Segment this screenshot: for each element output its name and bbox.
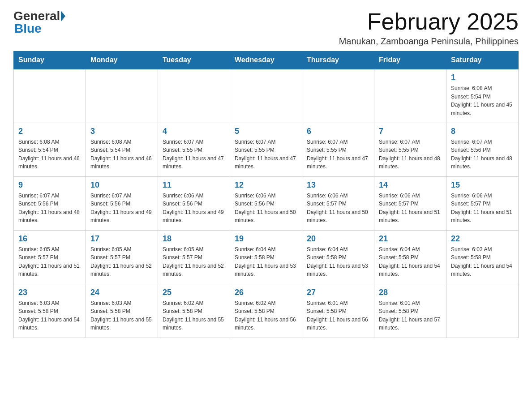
location-title: Manukan, Zamboanga Peninsula, Philippine… bbox=[339, 36, 519, 47]
calendar-header: SundayMondayTuesdayWednesdayThursdayFrid… bbox=[14, 51, 519, 69]
day-number: 2 bbox=[18, 127, 81, 136]
day-number: 9 bbox=[18, 180, 81, 190]
day-number: 23 bbox=[18, 288, 81, 297]
calendar-cell: 7Sunrise: 6:07 AMSunset: 5:55 PMDaylight… bbox=[374, 123, 446, 176]
day-info: Sunrise: 6:08 AMSunset: 5:54 PMDaylight:… bbox=[18, 138, 81, 171]
day-info: Sunrise: 6:07 AMSunset: 5:56 PMDaylight:… bbox=[451, 138, 514, 171]
day-number: 17 bbox=[90, 234, 153, 244]
day-info: Sunrise: 6:01 AMSunset: 5:58 PMDaylight:… bbox=[307, 299, 369, 332]
weekday-header-tuesday: Tuesday bbox=[158, 51, 230, 69]
calendar-cell: 9Sunrise: 6:07 AMSunset: 5:56 PMDaylight… bbox=[14, 176, 86, 230]
calendar-body: 1Sunrise: 6:08 AMSunset: 5:54 PMDaylight… bbox=[14, 69, 519, 338]
calendar-cell bbox=[86, 69, 158, 123]
day-number: 16 bbox=[18, 234, 81, 244]
calendar-cell: 22Sunrise: 6:03 AMSunset: 5:58 PMDayligh… bbox=[446, 230, 519, 284]
day-number: 6 bbox=[307, 127, 369, 136]
day-info: Sunrise: 6:06 AMSunset: 5:56 PMDaylight:… bbox=[235, 192, 297, 225]
day-info: Sunrise: 6:05 AMSunset: 5:57 PMDaylight:… bbox=[163, 245, 225, 278]
calendar-week-4: 16Sunrise: 6:05 AMSunset: 5:57 PMDayligh… bbox=[14, 230, 519, 284]
weekday-header-monday: Monday bbox=[86, 51, 158, 69]
calendar-cell bbox=[446, 284, 519, 338]
day-info: Sunrise: 6:07 AMSunset: 5:55 PMDaylight:… bbox=[379, 138, 442, 171]
day-info: Sunrise: 6:03 AMSunset: 5:58 PMDaylight:… bbox=[18, 299, 81, 332]
day-number: 4 bbox=[163, 127, 225, 136]
weekday-header-saturday: Saturday bbox=[446, 51, 519, 69]
weekday-header-sunday: Sunday bbox=[14, 51, 86, 69]
page-header: General Blue February 2025 Manukan, Zamb… bbox=[13, 9, 519, 47]
day-info: Sunrise: 6:01 AMSunset: 5:58 PMDaylight:… bbox=[379, 299, 442, 332]
calendar-cell: 19Sunrise: 6:04 AMSunset: 5:58 PMDayligh… bbox=[230, 230, 302, 284]
calendar-cell: 8Sunrise: 6:07 AMSunset: 5:56 PMDaylight… bbox=[446, 123, 519, 176]
month-title: February 2025 bbox=[339, 9, 519, 34]
calendar-cell: 23Sunrise: 6:03 AMSunset: 5:58 PMDayligh… bbox=[14, 284, 86, 338]
calendar-cell: 12Sunrise: 6:06 AMSunset: 5:56 PMDayligh… bbox=[230, 176, 302, 230]
day-number: 13 bbox=[307, 180, 369, 190]
day-info: Sunrise: 6:04 AMSunset: 5:58 PMDaylight:… bbox=[307, 245, 369, 278]
day-number: 22 bbox=[451, 234, 514, 244]
day-number: 21 bbox=[379, 234, 442, 244]
calendar-cell: 6Sunrise: 6:07 AMSunset: 5:55 PMDaylight… bbox=[302, 123, 374, 176]
calendar-cell: 26Sunrise: 6:02 AMSunset: 5:58 PMDayligh… bbox=[230, 284, 302, 338]
calendar-cell: 1Sunrise: 6:08 AMSunset: 5:54 PMDaylight… bbox=[446, 69, 519, 123]
logo-blue-text: Blue bbox=[14, 21, 42, 35]
day-info: Sunrise: 6:02 AMSunset: 5:58 PMDaylight:… bbox=[163, 299, 225, 332]
calendar-cell: 2Sunrise: 6:08 AMSunset: 5:54 PMDaylight… bbox=[14, 123, 86, 176]
calendar-cell: 18Sunrise: 6:05 AMSunset: 5:57 PMDayligh… bbox=[158, 230, 230, 284]
calendar-cell bbox=[374, 69, 446, 123]
day-info: Sunrise: 6:05 AMSunset: 5:57 PMDaylight:… bbox=[90, 245, 153, 278]
calendar-cell: 3Sunrise: 6:08 AMSunset: 5:54 PMDaylight… bbox=[86, 123, 158, 176]
calendar-week-5: 23Sunrise: 6:03 AMSunset: 5:58 PMDayligh… bbox=[14, 284, 519, 338]
day-number: 14 bbox=[379, 180, 442, 190]
calendar-cell: 10Sunrise: 6:07 AMSunset: 5:56 PMDayligh… bbox=[86, 176, 158, 230]
logo: General Blue bbox=[13, 9, 66, 36]
calendar-week-1: 1Sunrise: 6:08 AMSunset: 5:54 PMDaylight… bbox=[14, 69, 519, 123]
day-info: Sunrise: 6:06 AMSunset: 5:57 PMDaylight:… bbox=[451, 192, 514, 225]
logo-arrow-icon bbox=[61, 11, 65, 21]
calendar-cell: 5Sunrise: 6:07 AMSunset: 5:55 PMDaylight… bbox=[230, 123, 302, 176]
day-info: Sunrise: 6:07 AMSunset: 5:55 PMDaylight:… bbox=[235, 138, 297, 171]
day-number: 20 bbox=[307, 234, 369, 244]
day-number: 15 bbox=[451, 180, 514, 190]
day-info: Sunrise: 6:02 AMSunset: 5:58 PMDaylight:… bbox=[235, 299, 297, 332]
day-number: 5 bbox=[235, 127, 297, 136]
day-info: Sunrise: 6:05 AMSunset: 5:57 PMDaylight:… bbox=[18, 245, 81, 278]
day-info: Sunrise: 6:08 AMSunset: 5:54 PMDaylight:… bbox=[451, 84, 514, 117]
calendar-cell: 15Sunrise: 6:06 AMSunset: 5:57 PMDayligh… bbox=[446, 176, 519, 230]
day-number: 10 bbox=[90, 180, 153, 190]
day-number: 11 bbox=[163, 180, 225, 190]
calendar-cell: 14Sunrise: 6:06 AMSunset: 5:57 PMDayligh… bbox=[374, 176, 446, 230]
day-number: 7 bbox=[379, 127, 442, 136]
day-info: Sunrise: 6:04 AMSunset: 5:58 PMDaylight:… bbox=[235, 245, 297, 278]
calendar-cell: 27Sunrise: 6:01 AMSunset: 5:58 PMDayligh… bbox=[302, 284, 374, 338]
calendar-cell: 11Sunrise: 6:06 AMSunset: 5:56 PMDayligh… bbox=[158, 176, 230, 230]
calendar-cell bbox=[14, 69, 86, 123]
day-number: 12 bbox=[235, 180, 297, 190]
calendar-cell: 25Sunrise: 6:02 AMSunset: 5:58 PMDayligh… bbox=[158, 284, 230, 338]
day-info: Sunrise: 6:03 AMSunset: 5:58 PMDaylight:… bbox=[90, 299, 153, 332]
calendar-week-2: 2Sunrise: 6:08 AMSunset: 5:54 PMDaylight… bbox=[14, 123, 519, 176]
day-number: 8 bbox=[451, 127, 514, 136]
day-number: 3 bbox=[90, 127, 153, 136]
day-info: Sunrise: 6:06 AMSunset: 5:57 PMDaylight:… bbox=[379, 192, 442, 225]
calendar-cell: 17Sunrise: 6:05 AMSunset: 5:57 PMDayligh… bbox=[86, 230, 158, 284]
calendar-cell: 21Sunrise: 6:04 AMSunset: 5:58 PMDayligh… bbox=[374, 230, 446, 284]
calendar-week-3: 9Sunrise: 6:07 AMSunset: 5:56 PMDaylight… bbox=[14, 176, 519, 230]
day-number: 27 bbox=[307, 288, 369, 297]
weekday-header-row: SundayMondayTuesdayWednesdayThursdayFrid… bbox=[14, 51, 519, 69]
day-number: 28 bbox=[379, 288, 442, 297]
weekday-header-friday: Friday bbox=[374, 51, 446, 69]
weekday-header-thursday: Thursday bbox=[302, 51, 374, 69]
day-info: Sunrise: 6:06 AMSunset: 5:57 PMDaylight:… bbox=[307, 192, 369, 225]
day-info: Sunrise: 6:06 AMSunset: 5:56 PMDaylight:… bbox=[163, 192, 225, 225]
weekday-header-wednesday: Wednesday bbox=[230, 51, 302, 69]
day-info: Sunrise: 6:03 AMSunset: 5:58 PMDaylight:… bbox=[451, 245, 514, 278]
calendar-cell: 13Sunrise: 6:06 AMSunset: 5:57 PMDayligh… bbox=[302, 176, 374, 230]
day-info: Sunrise: 6:08 AMSunset: 5:54 PMDaylight:… bbox=[90, 138, 153, 171]
calendar-cell: 4Sunrise: 6:07 AMSunset: 5:55 PMDaylight… bbox=[158, 123, 230, 176]
calendar-cell: 24Sunrise: 6:03 AMSunset: 5:58 PMDayligh… bbox=[86, 284, 158, 338]
day-info: Sunrise: 6:07 AMSunset: 5:56 PMDaylight:… bbox=[90, 192, 153, 225]
calendar-cell: 20Sunrise: 6:04 AMSunset: 5:58 PMDayligh… bbox=[302, 230, 374, 284]
day-number: 1 bbox=[451, 73, 514, 82]
calendar-cell: 16Sunrise: 6:05 AMSunset: 5:57 PMDayligh… bbox=[14, 230, 86, 284]
calendar-cell bbox=[302, 69, 374, 123]
